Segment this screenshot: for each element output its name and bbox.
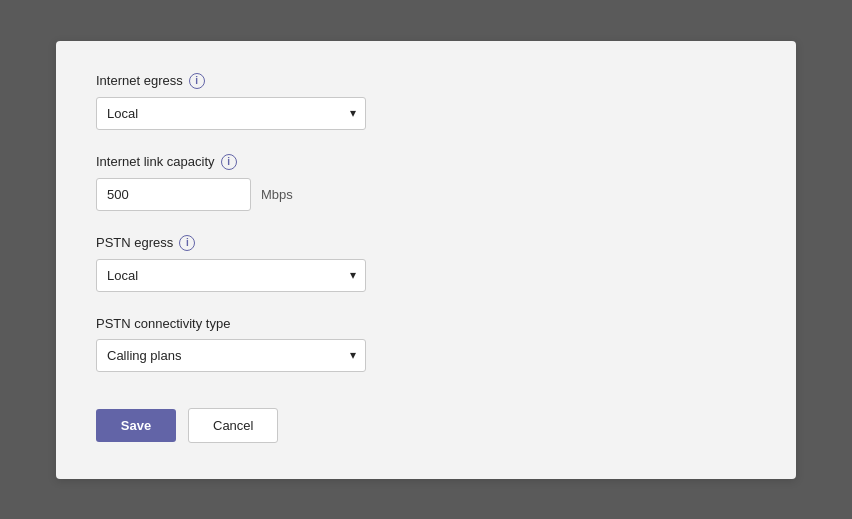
button-row: Save Cancel bbox=[96, 408, 756, 443]
internet-egress-label-row: Internet egress i bbox=[96, 73, 756, 89]
pstn-egress-group: PSTN egress i Local Remote ▾ bbox=[96, 235, 756, 292]
pstn-egress-select[interactable]: Local Remote bbox=[96, 259, 366, 292]
pstn-connectivity-group: PSTN connectivity type Calling plans Dir… bbox=[96, 316, 756, 372]
pstn-connectivity-select-wrapper: Calling plans Direct Routing Operator Co… bbox=[96, 339, 366, 372]
internet-egress-info-icon[interactable]: i bbox=[189, 73, 205, 89]
pstn-connectivity-select[interactable]: Calling plans Direct Routing Operator Co… bbox=[96, 339, 366, 372]
internet-link-capacity-info-icon[interactable]: i bbox=[221, 154, 237, 170]
pstn-connectivity-label: PSTN connectivity type bbox=[96, 316, 230, 331]
internet-egress-group: Internet egress i Local Remote ▾ bbox=[96, 73, 756, 130]
save-button[interactable]: Save bbox=[96, 409, 176, 442]
pstn-egress-select-wrapper: Local Remote ▾ bbox=[96, 259, 366, 292]
internet-link-capacity-input[interactable] bbox=[96, 178, 251, 211]
cancel-button[interactable]: Cancel bbox=[188, 408, 278, 443]
internet-egress-label: Internet egress bbox=[96, 73, 183, 88]
internet-link-capacity-label: Internet link capacity bbox=[96, 154, 215, 169]
internet-link-capacity-label-row: Internet link capacity i bbox=[96, 154, 756, 170]
pstn-connectivity-label-row: PSTN connectivity type bbox=[96, 316, 756, 331]
internet-egress-select[interactable]: Local Remote bbox=[96, 97, 366, 130]
settings-card: Internet egress i Local Remote ▾ Interne… bbox=[56, 41, 796, 479]
pstn-egress-info-icon[interactable]: i bbox=[179, 235, 195, 251]
internet-egress-select-wrapper: Local Remote ▾ bbox=[96, 97, 366, 130]
pstn-egress-label-row: PSTN egress i bbox=[96, 235, 756, 251]
pstn-egress-label: PSTN egress bbox=[96, 235, 173, 250]
internet-link-capacity-group: Internet link capacity i Mbps bbox=[96, 154, 756, 211]
internet-link-capacity-unit: Mbps bbox=[261, 187, 293, 202]
internet-link-capacity-input-row: Mbps bbox=[96, 178, 756, 211]
